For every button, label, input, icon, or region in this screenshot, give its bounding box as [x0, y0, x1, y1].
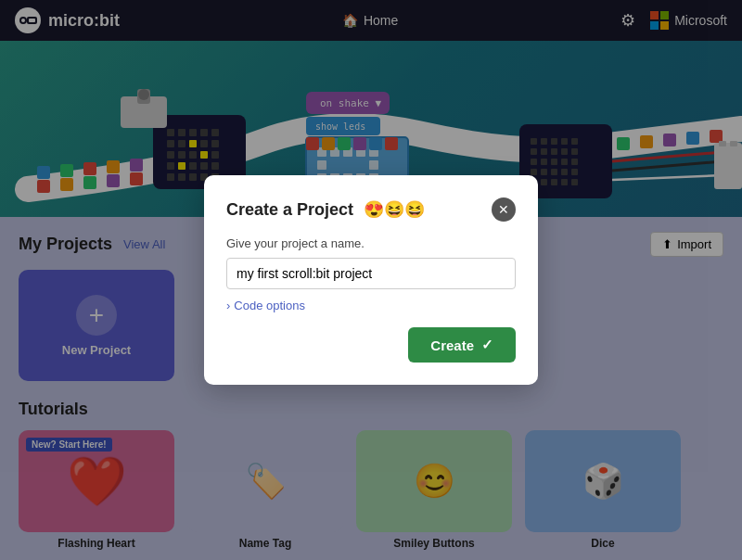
code-options-toggle[interactable]: › Code options	[226, 299, 516, 312]
create-checkmark: ✓	[481, 337, 493, 353]
modal-close-button[interactable]: ✕	[492, 197, 516, 222]
create-button[interactable]: Create ✓	[408, 327, 516, 363]
modal-input-label: Give your project a name.	[226, 236, 516, 250]
code-options-label: Code options	[234, 299, 305, 312]
modal-overlay: Create a Project 😍😆😆 ✕ Give your project…	[0, 0, 742, 560]
create-project-modal: Create a Project 😍😆😆 ✕ Give your project…	[204, 175, 538, 385]
chevron-right-icon: ›	[226, 299, 230, 312]
modal-header: Create a Project 😍😆😆 ✕	[226, 197, 516, 222]
project-name-input[interactable]	[226, 258, 516, 289]
create-label: Create	[430, 337, 474, 353]
modal-footer: Create ✓	[226, 327, 516, 363]
modal-emojis: 😍😆😆	[364, 200, 425, 219]
modal-title: Create a Project 😍😆😆	[226, 199, 425, 220]
